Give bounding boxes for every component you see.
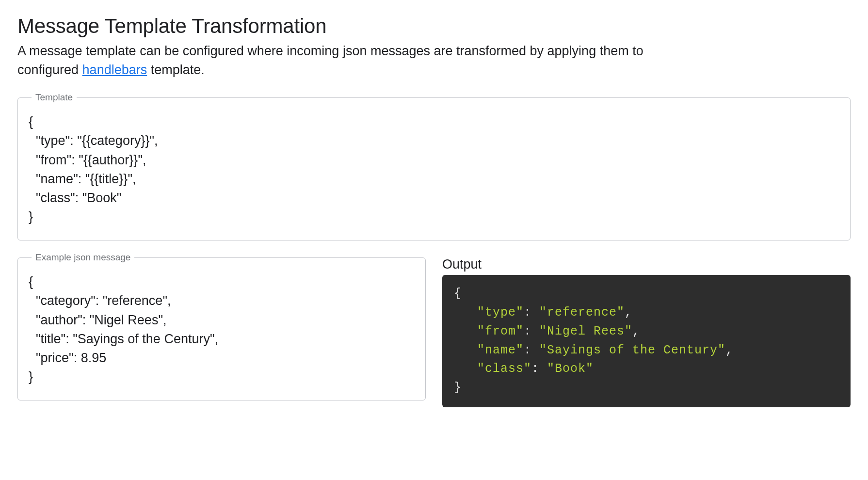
template-textarea[interactable] (29, 112, 839, 226)
example-legend: Example json message (32, 252, 134, 263)
output-code-block: { "type": "reference", "from": "Nigel Re… (442, 275, 851, 407)
example-fieldset: Example json message (17, 252, 426, 400)
template-fieldset: Template (17, 92, 851, 240)
page-title: Message Template Transformation (17, 15, 851, 38)
desc-text-after: template. (147, 63, 205, 77)
output-label: Output (442, 257, 851, 272)
page-description: A message template can be configured whe… (17, 42, 696, 80)
handlebars-link[interactable]: handlebars (82, 63, 147, 77)
example-textarea[interactable] (29, 272, 415, 386)
template-legend: Template (32, 92, 77, 103)
